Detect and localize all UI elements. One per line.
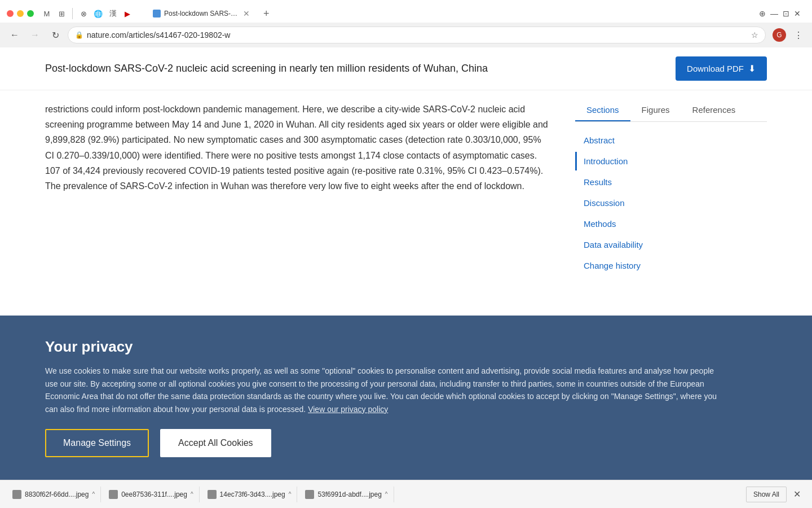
tab-close-button[interactable]: ✕ bbox=[243, 9, 250, 18]
tab-figures[interactable]: Figures bbox=[630, 99, 681, 121]
nav-abstract[interactable]: Abstract bbox=[575, 131, 767, 150]
close-downloads-bar-button[interactable]: ✕ bbox=[789, 487, 805, 502]
close-browser-icon[interactable]: ✕ bbox=[794, 9, 801, 18]
privacy-banner: Your privacy We use cookies to make sure… bbox=[0, 316, 812, 480]
nav-results[interactable]: Results bbox=[575, 173, 767, 191]
close-window-button[interactable] bbox=[7, 10, 14, 17]
grid-icon[interactable]: ⊞ bbox=[55, 7, 68, 20]
chevron-icon-4[interactable]: ^ bbox=[385, 491, 388, 497]
file-icon-4 bbox=[305, 490, 314, 499]
page-content: Post-lockdown SARS-CoV-2 nucleic acid sc… bbox=[0, 47, 812, 284]
filename-3: 14ec73f6-3d43....jpeg bbox=[220, 491, 285, 498]
filename-4: 53f6991d-abdf....jpeg bbox=[317, 491, 381, 498]
article-sidebar: Sections Figures References Abstract Int… bbox=[575, 90, 767, 284]
manage-settings-button[interactable]: Manage Settings bbox=[45, 429, 149, 457]
active-tab[interactable]: Post-lockdown SARS-CoV-2... ✕ bbox=[145, 5, 258, 23]
filename-2: 0ee87536-311f....jpeg bbox=[121, 491, 187, 498]
menu-icon[interactable]: ⋮ bbox=[792, 28, 805, 43]
article-header: Post-lockdown SARS-CoV-2 nucleic acid sc… bbox=[0, 47, 812, 90]
sidebar-tabs: Sections Figures References bbox=[575, 99, 767, 122]
fullscreen-window-button[interactable] bbox=[27, 10, 34, 17]
file-icon-2 bbox=[109, 490, 118, 499]
browser-icons-right: ⊕ — ⊡ ✕ bbox=[759, 9, 805, 18]
chevron-icon-1[interactable]: ^ bbox=[92, 491, 95, 497]
youtube-icon[interactable]: ▶ bbox=[121, 7, 134, 20]
maximize-icon[interactable]: ⊡ bbox=[783, 9, 789, 18]
file-icon-3 bbox=[208, 490, 217, 499]
url-text: nature.com/articles/s41467-020-19802-w bbox=[87, 30, 748, 40]
profile-icon[interactable]: G bbox=[770, 26, 788, 44]
nav-methods[interactable]: Methods bbox=[575, 214, 767, 233]
traffic-lights bbox=[7, 10, 34, 17]
kanji-icon[interactable]: 漢 bbox=[107, 7, 119, 20]
title-bar: M ⊞ ⊗ 🌐 漢 ▶ Post-lockdown SARS-CoV-2... … bbox=[0, 0, 812, 23]
download-pdf-label: Download PDF bbox=[687, 64, 744, 73]
earth-icon[interactable]: 🌐 bbox=[92, 7, 104, 20]
back-button[interactable]: ← bbox=[7, 27, 23, 43]
article-title: Post-lockdown SARS-CoV-2 nucleic acid sc… bbox=[45, 63, 488, 75]
article-body: restrictions could inform post-lockdown … bbox=[0, 90, 812, 284]
bookmark-star-icon[interactable]: ☆ bbox=[751, 30, 758, 40]
download-pdf-button[interactable]: Download PDF ⬇ bbox=[676, 56, 767, 81]
privacy-buttons: Manage Settings Accept All Cookies bbox=[45, 429, 767, 457]
nav-data-availability[interactable]: Data availability bbox=[575, 235, 767, 254]
browser-chrome: M ⊞ ⊗ 🌐 漢 ▶ Post-lockdown SARS-CoV-2... … bbox=[0, 0, 812, 47]
tab-sections[interactable]: Sections bbox=[575, 99, 630, 121]
forward-button[interactable]: → bbox=[27, 27, 43, 43]
reload-button[interactable]: ↻ bbox=[47, 27, 63, 43]
download-item-3[interactable]: 14ec73f6-3d43....jpeg ^ bbox=[202, 487, 298, 502]
lock-icon: 🔒 bbox=[75, 31, 83, 39]
toolbar-icons: M ⊞ ⊗ 🌐 漢 ▶ bbox=[41, 7, 134, 20]
nav-bar: ← → ↻ 🔒 nature.com/articles/s41467-020-1… bbox=[0, 23, 812, 47]
download-item-1[interactable]: 8830f62f-66dd....jpeg ^ bbox=[7, 487, 101, 502]
downloads-bar: 8830f62f-66dd....jpeg ^ 0ee87536-311f...… bbox=[0, 480, 812, 508]
download-icon: ⬇ bbox=[748, 63, 756, 74]
new-tab-button[interactable]: + bbox=[260, 8, 273, 20]
sidebar-nav: Abstract Introduction Results Discussion… bbox=[575, 131, 767, 275]
address-bar[interactable]: 🔒 nature.com/articles/s41467-020-19802-w… bbox=[68, 27, 766, 43]
privacy-text: We use cookies to make sure that our web… bbox=[45, 365, 722, 415]
article-text-content: restrictions could inform post-lockdown … bbox=[45, 90, 553, 284]
tab-bar: Post-lockdown SARS-CoV-2... ✕ + bbox=[145, 5, 759, 23]
privacy-policy-link[interactable]: View our privacy policy bbox=[308, 405, 388, 414]
download-item-2[interactable]: 0ee87536-311f....jpeg ^ bbox=[103, 487, 199, 502]
show-all-downloads-button[interactable]: Show All bbox=[746, 487, 787, 502]
extensions-icon[interactable]: ⊕ bbox=[759, 9, 766, 18]
download-item-4[interactable]: 53f6991d-abdf....jpeg ^ bbox=[299, 487, 394, 502]
bookmark-icon[interactable]: ⊗ bbox=[77, 7, 90, 20]
chevron-icon-3[interactable]: ^ bbox=[289, 491, 292, 497]
tab-favicon bbox=[153, 10, 161, 17]
tab-title: Post-lockdown SARS-CoV-2... bbox=[164, 10, 240, 17]
privacy-title: Your privacy bbox=[45, 338, 767, 356]
gmail-icon[interactable]: M bbox=[41, 7, 53, 20]
nav-introduction[interactable]: Introduction bbox=[575, 152, 767, 170]
minimize-window-button[interactable] bbox=[17, 10, 24, 17]
nav-discussion[interactable]: Discussion bbox=[575, 194, 767, 212]
filename-1: 8830f62f-66dd....jpeg bbox=[25, 491, 89, 498]
accept-all-cookies-button[interactable]: Accept All Cookies bbox=[160, 429, 271, 457]
chevron-icon-2[interactable]: ^ bbox=[191, 491, 193, 497]
minimize-icon[interactable]: — bbox=[770, 9, 778, 18]
tab-references[interactable]: References bbox=[681, 99, 747, 121]
nav-icons-right: G ⋮ bbox=[770, 26, 805, 44]
file-icon-1 bbox=[12, 490, 21, 499]
nav-change-history[interactable]: Change history bbox=[575, 256, 767, 275]
user-avatar: G bbox=[773, 28, 786, 42]
